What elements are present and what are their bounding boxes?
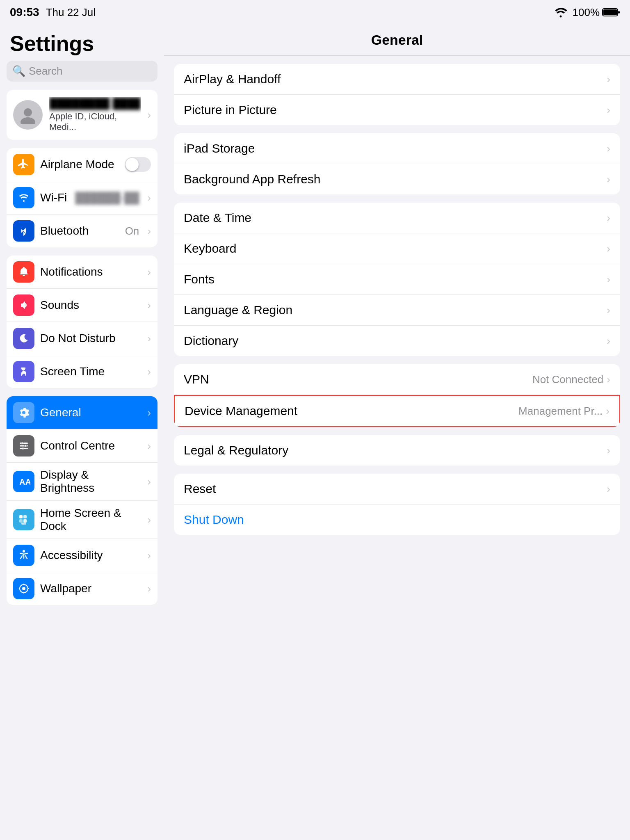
detail-item-background-refresh[interactable]: Background App Refresh › (174, 164, 620, 194)
background-refresh-chevron: › (607, 173, 610, 186)
detail-item-keyboard[interactable]: Keyboard › (174, 233, 620, 264)
sidebar: Settings 🔍 Search ████████ ████ Apple ID… (0, 25, 164, 840)
settings-group-notifications: Notifications › Sounds › (7, 256, 158, 388)
search-bar[interactable]: 🔍 Search (7, 61, 158, 82)
sidebar-item-wifi[interactable]: Wi-Fi ██████-██ › (7, 181, 158, 215)
gear-icon (17, 406, 30, 419)
display-chevron: › (147, 475, 151, 488)
wallpaper-chevron: › (147, 582, 151, 595)
notifications-icon-bg (13, 261, 34, 283)
sidebar-item-display-brightness[interactable]: AA Display & Brightness › (7, 463, 158, 501)
battery-status: 100% (573, 6, 621, 19)
screen-time-icon-bg (13, 361, 34, 382)
detail-item-airplay-handoff[interactable]: AirPlay & Handoff › (174, 64, 620, 95)
airplane-mode-icon-bg (13, 154, 34, 175)
detail-item-dictionary[interactable]: Dictionary › (174, 326, 620, 356)
detail-group-reset: Reset › Shut Down (174, 474, 620, 535)
detail-item-shut-down[interactable]: Shut Down (174, 504, 620, 535)
picture-in-picture-chevron: › (607, 104, 610, 116)
airplane-mode-toggle[interactable] (125, 157, 151, 172)
svg-point-3 (24, 108, 32, 116)
notifications-icon (17, 265, 30, 278)
airplay-handoff-label: AirPlay & Handoff (184, 72, 607, 86)
control-centre-icon-bg (13, 435, 34, 457)
sidebar-title: Settings (0, 25, 164, 61)
language-region-label: Language & Region (184, 303, 607, 317)
shut-down-label: Shut Down (184, 513, 244, 527)
svg-point-4 (21, 117, 35, 124)
language-region-chevron: › (607, 304, 610, 317)
search-icon: 🔍 (12, 65, 25, 78)
detail-item-legal-regulatory[interactable]: Legal & Regulatory › (174, 435, 620, 466)
screen-time-label: Screen Time (40, 365, 142, 378)
apple-id-card[interactable]: ████████ ████ Apple ID, iCloud, Medi... … (7, 90, 158, 140)
detail-group-datetime: Date & Time › Keyboard › Fonts › Languag… (174, 203, 620, 356)
detail-item-vpn[interactable]: VPN Not Connected › (174, 364, 620, 395)
detail-item-picture-in-picture[interactable]: Picture in Picture › (174, 95, 620, 125)
ipad-storage-chevron: › (607, 142, 610, 155)
sidebar-item-wallpaper[interactable]: Wallpaper › (7, 572, 158, 605)
apple-id-name: ████████ ████ (49, 97, 141, 110)
accessibility-icon (17, 549, 30, 562)
sounds-icon (17, 299, 30, 312)
sounds-icon-bg (13, 294, 34, 316)
bluetooth-label: Bluetooth (40, 224, 119, 237)
moon-icon (17, 332, 30, 345)
detail-group-legal: Legal & Regulatory › (174, 435, 620, 466)
detail-panel: General AirPlay & Handoff › Picture in P… (164, 25, 630, 840)
sidebar-item-home-screen[interactable]: Home Screen & Dock › (7, 501, 158, 539)
apple-id-subtitle: Apple ID, iCloud, Medi... (49, 111, 141, 132)
status-date: Thu 22 Jul (46, 6, 96, 19)
detail-item-date-time[interactable]: Date & Time › (174, 203, 620, 233)
sidebar-item-accessibility[interactable]: Accessibility › (7, 539, 158, 572)
svg-point-10 (25, 445, 26, 447)
detail-item-device-management[interactable]: Device Management Management Pr... › (174, 395, 620, 427)
accessibility-icon-bg (13, 545, 34, 566)
control-centre-label: Control Centre (40, 439, 142, 452)
general-label: General (40, 406, 142, 419)
svg-rect-2 (618, 11, 620, 14)
detail-group-vpn: VPN Not Connected › Device Management Ma… (174, 364, 620, 427)
fonts-chevron: › (607, 273, 610, 286)
display-icon-bg: AA (13, 471, 34, 492)
sidebar-item-general[interactable]: General › (7, 396, 158, 429)
wifi-chevron: › (147, 192, 151, 204)
notifications-chevron: › (147, 266, 151, 278)
sidebar-item-sounds[interactable]: Sounds › (7, 289, 158, 322)
sidebar-item-bluetooth[interactable]: Bluetooth On › (7, 215, 158, 247)
display-icon: AA (17, 475, 30, 488)
sidebar-item-do-not-disturb[interactable]: Do Not Disturb › (7, 322, 158, 355)
wifi-label: Wi-Fi (40, 191, 69, 204)
bluetooth-icon (17, 224, 30, 237)
do-not-disturb-chevron: › (147, 332, 151, 345)
detail-item-language-region[interactable]: Language & Region › (174, 295, 620, 326)
legal-regulatory-label: Legal & Regulatory (184, 443, 607, 457)
fonts-label: Fonts (184, 272, 607, 286)
dictionary-chevron: › (607, 335, 610, 347)
sidebar-item-control-centre[interactable]: Control Centre › (7, 429, 158, 463)
sidebar-item-airplane-mode[interactable]: Airplane Mode (7, 148, 158, 181)
sidebar-item-notifications[interactable]: Notifications › (7, 256, 158, 289)
airplane-mode-label: Airplane Mode (40, 158, 119, 171)
wifi-icon (17, 191, 30, 204)
detail-item-ipad-storage[interactable]: iPad Storage › (174, 133, 620, 164)
home-screen-label: Home Screen & Dock (40, 507, 142, 533)
wifi-status-icon (554, 7, 568, 18)
ipad-storage-label: iPad Storage (184, 142, 607, 155)
detail-item-reset[interactable]: Reset › (174, 474, 620, 504)
detail-item-fonts[interactable]: Fonts › (174, 264, 620, 295)
wallpaper-label: Wallpaper (40, 582, 142, 595)
sounds-label: Sounds (40, 299, 142, 312)
accessibility-chevron: › (147, 549, 151, 562)
svg-rect-1 (603, 9, 617, 15)
home-screen-icon-bg (13, 509, 34, 530)
airplay-handoff-chevron: › (607, 73, 610, 86)
device-management-value: Management Pr... (518, 405, 603, 418)
detail-title: General (177, 32, 617, 48)
toggle-knob (126, 158, 139, 171)
wallpaper-icon-bg (13, 578, 34, 599)
sidebar-item-screen-time[interactable]: Screen Time › (7, 355, 158, 388)
vpn-label: VPN (184, 372, 532, 386)
keyboard-label: Keyboard (184, 242, 607, 256)
vpn-chevron: › (607, 373, 610, 386)
